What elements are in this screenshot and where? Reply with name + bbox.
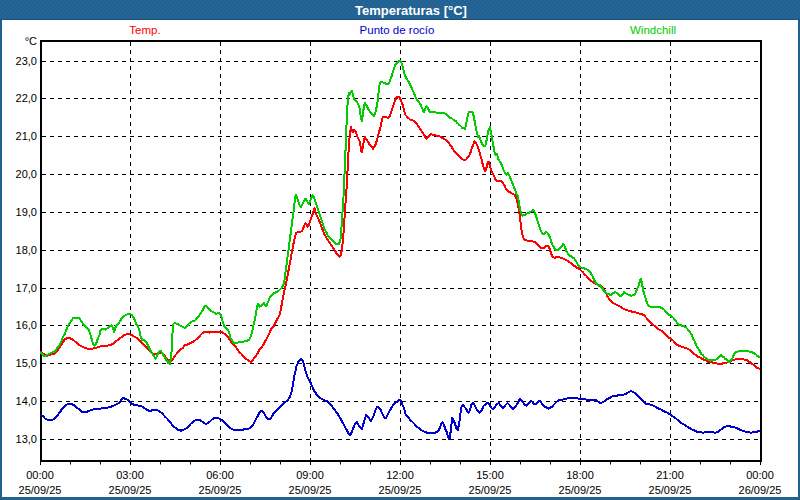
svg-text:19,0: 19,0 (16, 206, 37, 218)
svg-text:25/09/25: 25/09/25 (379, 484, 422, 496)
svg-text:°C: °C (25, 35, 37, 47)
svg-text:09:00: 09:00 (296, 469, 324, 481)
svg-text:21:00: 21:00 (656, 469, 684, 481)
svg-text:18,0: 18,0 (16, 244, 37, 256)
svg-text:Windchill: Windchill (630, 24, 676, 36)
svg-text:00:00: 00:00 (26, 469, 54, 481)
svg-text:25/09/25: 25/09/25 (649, 484, 692, 496)
svg-text:15:00: 15:00 (476, 469, 504, 481)
svg-text:Punto de rocío: Punto de rocío (360, 24, 435, 36)
svg-text:25/09/25: 25/09/25 (199, 484, 242, 496)
svg-text:06:00: 06:00 (206, 469, 234, 481)
svg-text:20,0: 20,0 (16, 168, 37, 180)
svg-text:Temperaturas [°C]: Temperaturas [°C] (355, 3, 467, 18)
svg-text:23,0: 23,0 (16, 55, 37, 67)
svg-text:14,0: 14,0 (16, 395, 37, 407)
svg-text:03:00: 03:00 (116, 469, 144, 481)
svg-text:25/09/25: 25/09/25 (289, 484, 332, 496)
svg-text:16,0: 16,0 (16, 319, 37, 331)
svg-text:22,0: 22,0 (16, 92, 37, 104)
svg-text:25/09/25: 25/09/25 (19, 484, 62, 496)
svg-text:21,0: 21,0 (16, 130, 37, 142)
svg-text:18:00: 18:00 (566, 469, 594, 481)
svg-text:17,0: 17,0 (16, 282, 37, 294)
svg-text:13,0: 13,0 (16, 433, 37, 445)
svg-text:12:00: 12:00 (386, 469, 414, 481)
svg-text:25/09/25: 25/09/25 (469, 484, 512, 496)
svg-text:25/09/25: 25/09/25 (109, 484, 152, 496)
svg-text:25/09/25: 25/09/25 (559, 484, 602, 496)
svg-text:Temp.: Temp. (129, 24, 160, 36)
svg-text:00:00: 00:00 (746, 469, 774, 481)
svg-text:15,0: 15,0 (16, 357, 37, 369)
svg-text:26/09/25: 26/09/25 (739, 484, 782, 496)
